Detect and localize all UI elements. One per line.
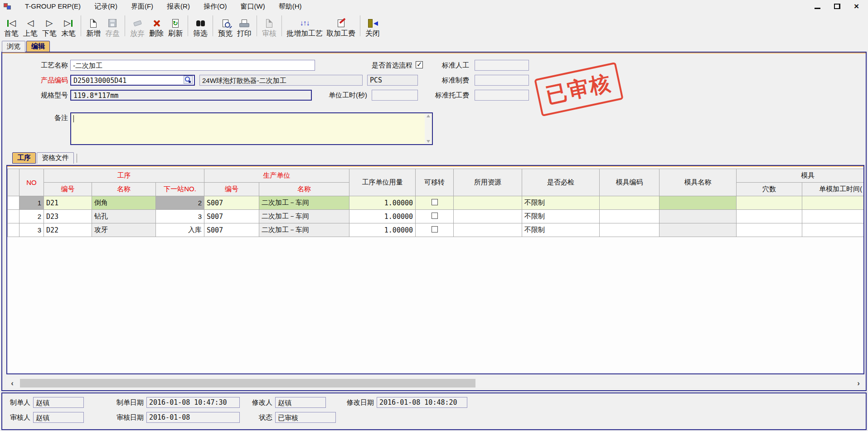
col-usage[interactable]: 工序单位用量	[349, 169, 416, 196]
col-transferable[interactable]: 可移转	[416, 169, 454, 196]
minimize-icon[interactable]	[815, 8, 820, 9]
spec-model-label: 规格型号	[20, 90, 68, 101]
std-labor-field	[475, 60, 529, 71]
refresh-button[interactable]: ↻ 刷新	[166, 14, 185, 38]
spec-model-input[interactable]: 119.8*117mm	[70, 90, 312, 101]
col-unit-code[interactable]: 编号	[204, 183, 259, 196]
status-label: 状态	[249, 412, 272, 423]
transferable-checkbox[interactable]	[432, 226, 438, 232]
col-group-process: 工序	[44, 169, 204, 183]
status-field: 已审核	[275, 412, 336, 423]
next-record-button[interactable]: ▷ 下笔	[40, 14, 59, 38]
print-button[interactable]: 打印	[235, 14, 254, 38]
menu-window[interactable]: 窗口(W)	[234, 0, 272, 12]
col-unit-name[interactable]: 名称	[259, 183, 349, 196]
toolbar-separator	[81, 15, 81, 36]
filter-button[interactable]: 筛选	[191, 14, 210, 38]
close-form-button[interactable]: 关闭	[363, 14, 382, 38]
footer-panel: 制单人 赵镇 制单日期 2016-01-08 10:47:30 修改人 赵镇 修…	[1, 392, 867, 430]
table-row[interactable]: 3 D22 攻牙 入库 S007 二次加工－车间 1.00000 不限制	[8, 223, 865, 237]
preview-button[interactable]: 预览	[216, 14, 235, 38]
close-icon[interactable]: ×	[854, 3, 859, 10]
scroll-right-icon[interactable]: ›	[853, 378, 863, 388]
restore-icon[interactable]	[834, 4, 840, 9]
process-table: NO 工序 生产单位 工序单位用量 可移转 所用资源 是否必检 模具编码 模具名…	[7, 169, 864, 237]
menu-bar: T-GROUP ERP(E) 记录(R) 界面(F) 报表(R) 操作(O) 窗…	[0, 0, 868, 12]
edit-panel: 工艺名称 -二次加工 是否首选流程 标准人工 产品编码 D250130005D4…	[1, 52, 867, 391]
scroll-left-icon[interactable]: ‹	[7, 378, 17, 388]
process-name-input[interactable]: -二次加工	[70, 60, 315, 71]
col-process-code[interactable]: 编号	[44, 183, 92, 196]
menu-operation[interactable]: 操作(O)	[197, 0, 234, 12]
preview-magnifier-icon	[223, 17, 228, 29]
menu-tgroup-erp[interactable]: T-GROUP ERP(E)	[18, 0, 87, 12]
first-record-button[interactable]: ◁ 首笔	[2, 14, 21, 38]
auditor-field: 赵镇	[33, 412, 84, 423]
remark-scrollbar[interactable]	[425, 114, 432, 144]
make-date-label: 制单日期	[102, 397, 144, 408]
tab-separator	[77, 154, 77, 163]
tab-process[interactable]: 工序	[12, 152, 36, 164]
col-process-name[interactable]: 名称	[92, 183, 156, 196]
row-indicator-header	[8, 169, 19, 196]
col-group-mold: 模具	[737, 169, 864, 183]
new-button[interactable]: 新增	[84, 14, 103, 38]
modify-date-field: 2016-01-08 10:48:20	[377, 397, 467, 408]
product-lookup-button[interactable]	[184, 76, 193, 84]
app-icon	[4, 3, 12, 10]
tab-edit[interactable]: 编辑	[26, 41, 50, 52]
product-name-field: 24W球泡灯散热器-二次加工	[199, 75, 363, 86]
menu-report[interactable]: 报表(R)	[160, 0, 197, 12]
col-no[interactable]: NO	[19, 169, 44, 196]
remark-textarea[interactable]	[70, 112, 433, 145]
magnifier-icon	[185, 77, 191, 83]
last-record-icon: ▷	[64, 17, 73, 29]
modifier-field: 赵镇	[275, 397, 326, 408]
horizontal-scrollbar[interactable]: ‹ ›	[6, 378, 864, 388]
save-button[interactable]: 存盘	[103, 14, 122, 38]
product-code-label: 产品编码	[20, 75, 68, 86]
audit-date-field: 2016-01-08	[146, 412, 240, 423]
col-inspection[interactable]: 是否必检	[522, 169, 600, 196]
delete-button[interactable]: 删除	[147, 14, 166, 38]
menu-interface[interactable]: 界面(F)	[124, 0, 160, 12]
col-resources[interactable]: 所用资源	[454, 169, 522, 196]
toolbar-separator	[213, 15, 213, 36]
previous-record-button[interactable]: ◁ 上笔	[21, 14, 40, 38]
col-mold-name[interactable]: 模具名称	[659, 169, 737, 196]
col-cavities[interactable]: 穴数	[737, 183, 802, 196]
menu-help[interactable]: 帮助(H)	[272, 0, 309, 12]
tab-browse[interactable]: 浏览	[2, 41, 25, 52]
detail-tab-strip: 工序 资格文件	[12, 152, 77, 165]
scroll-up-icon[interactable]	[427, 115, 430, 117]
scroll-down-icon[interactable]	[427, 140, 430, 143]
audit-button[interactable]: 审核	[260, 14, 279, 38]
discard-button[interactable]: 放弃	[128, 14, 147, 38]
refresh-icon: ↻	[172, 17, 179, 29]
col-mold-code[interactable]: 模具编码	[600, 169, 659, 196]
printer-icon	[239, 17, 249, 29]
transferable-checkbox[interactable]	[432, 213, 438, 219]
last-record-button[interactable]: ▷ 末笔	[59, 14, 78, 38]
table-row[interactable]: 1 D21 倒角 2 S007 二次加工－车间 1.00000 不限制	[8, 196, 865, 210]
transferable-checkbox[interactable]	[432, 199, 438, 205]
table-header-row-1: NO 工序 生产单位 工序单位用量 可移转 所用资源 是否必检 模具编码 模具名…	[8, 169, 865, 183]
batch-add-process-button[interactable]: ↓↑↓ 批增加工艺	[285, 14, 325, 38]
product-code-input[interactable]: D250130005D41	[70, 75, 195, 86]
binoculars-icon	[196, 17, 205, 29]
menu-record[interactable]: 记录(R)	[87, 0, 124, 12]
scrollbar-thumb[interactable]	[20, 379, 475, 387]
toolbar-separator	[257, 15, 257, 36]
col-mold-time[interactable]: 单模加工时间(	[802, 183, 864, 196]
first-record-icon: ◁	[7, 17, 16, 29]
tab-qualification-files[interactable]: 资格文件	[37, 152, 74, 164]
process-name-label: 工艺名称	[20, 60, 68, 71]
fee-pencil-icon	[338, 17, 344, 29]
text-caret	[73, 115, 74, 122]
col-group-production-unit: 生产单位	[204, 169, 349, 183]
table-row[interactable]: 2 D23 钻孔 3 S007 二次加工－车间 1.00000 不限制	[8, 210, 865, 223]
fetch-processing-fee-button[interactable]: 取加工费	[325, 14, 357, 38]
modifier-label: 修改人	[247, 397, 272, 408]
col-next-station[interactable]: 下一站NO.	[156, 183, 204, 196]
std-labor-label: 标准人工	[401, 60, 469, 71]
